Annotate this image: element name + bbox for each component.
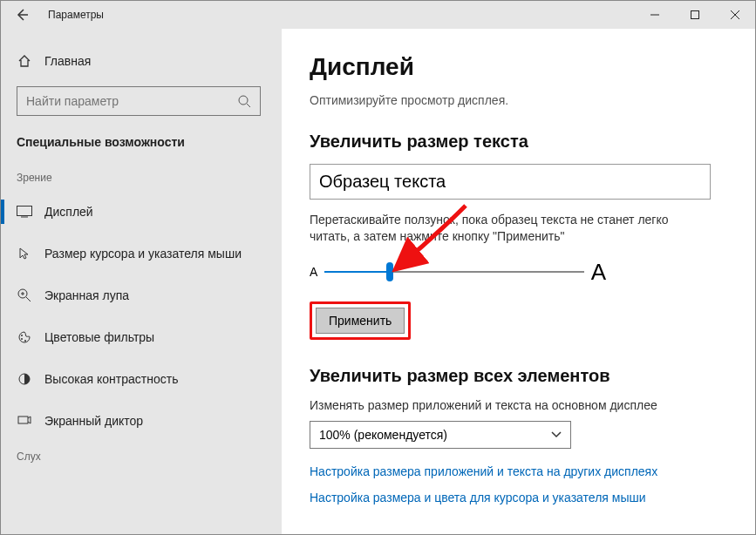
narrator-icon bbox=[17, 413, 32, 429]
sidebar-item-label: Экранный диктор bbox=[44, 414, 143, 428]
arrow-left-icon bbox=[15, 8, 29, 22]
slider-instructions: Перетаскивайте ползунок, пока образец те… bbox=[310, 212, 711, 245]
svg-rect-6 bbox=[17, 207, 32, 216]
sidebar-item-label: Размер курсора и указателя мыши bbox=[44, 247, 242, 261]
link-other-displays[interactable]: Настройка размера приложений и текста на… bbox=[310, 464, 727, 478]
svg-point-14 bbox=[24, 340, 26, 342]
sidebar-item-cursor[interactable]: Размер курсора и указателя мыши bbox=[1, 233, 282, 274]
page-description: Оптимизируйте просмотр дисплея. bbox=[310, 93, 727, 107]
close-icon bbox=[731, 10, 739, 19]
slider-thumb[interactable] bbox=[386, 262, 393, 281]
scale-select-value: 100% (рекомендуется) bbox=[319, 428, 447, 442]
close-button[interactable] bbox=[715, 1, 755, 29]
svg-point-13 bbox=[21, 338, 23, 340]
sidebar: Главная Специальные возможности Зрение Д… bbox=[1, 29, 282, 534]
search-icon bbox=[237, 94, 251, 108]
apply-button[interactable]: Применить bbox=[316, 308, 405, 334]
contrast-icon bbox=[17, 371, 32, 387]
search-box[interactable] bbox=[17, 86, 261, 116]
nav-list: Дисплей Размер курсора и указателя мыши … bbox=[1, 191, 282, 442]
maximize-icon bbox=[691, 10, 699, 19]
maximize-button[interactable] bbox=[675, 1, 715, 29]
content-area: Дисплей Оптимизируйте просмотр дисплея. … bbox=[282, 29, 755, 534]
sidebar-home[interactable]: Главная bbox=[17, 44, 261, 78]
window-controls bbox=[635, 1, 755, 29]
display-icon bbox=[17, 204, 32, 220]
section-textsize-title: Увеличить размер текста bbox=[310, 132, 727, 152]
titlebar: Параметры bbox=[1, 1, 755, 29]
section-scale-title: Увеличить размер всех элементов bbox=[310, 366, 727, 386]
cursor-icon bbox=[17, 246, 32, 261]
sample-text-box: Образец текста bbox=[310, 164, 711, 200]
minimize-button[interactable] bbox=[635, 1, 675, 29]
search-input[interactable] bbox=[26, 94, 237, 108]
apply-highlight: Применить bbox=[310, 301, 411, 340]
window-title: Параметры bbox=[43, 9, 104, 21]
svg-rect-1 bbox=[691, 11, 699, 19]
scale-select[interactable]: 100% (рекомендуется) bbox=[310, 421, 571, 449]
svg-line-5 bbox=[247, 104, 250, 107]
magnifier-icon bbox=[17, 288, 32, 303]
svg-point-4 bbox=[239, 96, 248, 105]
scale-description: Изменять размер приложений и текста на о… bbox=[310, 398, 727, 412]
sidebar-item-contrast[interactable]: Высокая контрастность bbox=[1, 358, 282, 400]
sidebar-home-label: Главная bbox=[44, 54, 91, 68]
page-title: Дисплей bbox=[310, 53, 727, 81]
sidebar-item-narrator[interactable]: Экранный диктор bbox=[1, 400, 282, 442]
sidebar-item-colorfilters[interactable]: Цветовые фильтры bbox=[1, 316, 282, 358]
sidebar-item-label: Экранная лупа bbox=[44, 288, 129, 302]
group-hearing: Слух bbox=[1, 447, 282, 470]
slider-track[interactable] bbox=[324, 271, 583, 273]
group-vision: Зрение bbox=[1, 168, 282, 191]
palette-icon bbox=[17, 329, 32, 345]
link-cursor-settings[interactable]: Настройка размера и цвета для курсора и … bbox=[310, 491, 727, 505]
sidebar-item-display[interactable]: Дисплей bbox=[1, 191, 282, 233]
slider-label-small: A bbox=[310, 265, 317, 279]
slider-label-big: A bbox=[591, 259, 606, 286]
sidebar-category: Специальные возможности bbox=[1, 116, 282, 168]
svg-rect-16 bbox=[18, 416, 28, 423]
sidebar-item-label: Высокая контрастность bbox=[44, 372, 178, 386]
home-icon bbox=[17, 53, 32, 69]
chevron-down-icon bbox=[551, 431, 562, 438]
sidebar-item-label: Дисплей bbox=[44, 205, 93, 219]
sidebar-item-label: Цветовые фильтры bbox=[44, 330, 154, 344]
sidebar-item-magnifier[interactable]: Экранная лупа bbox=[1, 274, 282, 316]
svg-line-11 bbox=[26, 297, 31, 301]
slider-fill bbox=[324, 271, 389, 273]
back-button[interactable] bbox=[1, 1, 43, 29]
svg-point-12 bbox=[21, 335, 23, 336]
text-size-slider[interactable]: A A bbox=[310, 259, 606, 286]
minimize-icon bbox=[650, 10, 659, 19]
